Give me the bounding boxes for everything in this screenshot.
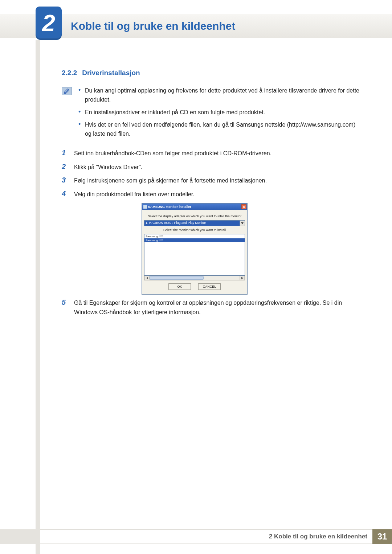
dialog-instruction: Select the monitor which you want to ins… <box>144 228 245 232</box>
step-number: 5 <box>62 298 74 317</box>
note-icon <box>62 87 72 95</box>
cancel-button[interactable]: CANCEL <box>198 283 221 290</box>
step-number: 1 <box>62 149 74 158</box>
dialog-title-icon <box>143 205 147 209</box>
close-icon[interactable]: × <box>241 204 246 209</box>
page-content: 2.2.2Driverinstallasjon • Du kan angi op… <box>62 69 359 321</box>
step: 3 Følg instruksjonene som gis på skjerme… <box>62 176 359 185</box>
step: 2 Klikk på "Windows Driver". <box>62 163 359 172</box>
adapter-select[interactable]: 1. RADEON 9550 : Plug and Play Monitor <box>144 220 245 226</box>
dialog-titlebar: SAMSUNG monitor installer × <box>142 204 247 210</box>
horizontal-scrollbar[interactable] <box>144 275 245 280</box>
bullet-icon: • <box>78 108 85 117</box>
bullet-icon: • <box>78 120 85 139</box>
note-item: • Hvis det er en feil ved den medfølgend… <box>78 120 359 139</box>
step-number: 2 <box>62 163 74 172</box>
chevron-down-icon[interactable] <box>240 221 245 226</box>
adapter-select-value: 1. RADEON 9550 : Plug and Play Monitor <box>144 221 240 226</box>
step-text: Klikk på "Windows Driver". <box>74 163 142 172</box>
page-footer: 2 Koble til og bruke en kildeenhet 31 <box>0 529 392 544</box>
page-number: 31 <box>372 529 392 544</box>
footer-chapter-title: 2 Koble til og bruke en kildeenhet <box>40 529 372 544</box>
chapter-number-badge: 2 <box>36 7 62 40</box>
step-text: Sett inn brukerhåndbok-CDen som følger m… <box>74 149 271 158</box>
scroll-right-icon[interactable] <box>240 276 245 280</box>
dialog-instruction: Select the display adapter on which you … <box>144 214 245 218</box>
dialog-title: SAMSUNG monitor installer <box>148 205 241 209</box>
left-margin-strip <box>36 40 40 554</box>
scroll-track[interactable] <box>150 276 240 280</box>
chapter-title: Koble til og bruke en kildeenhet <box>71 20 235 32</box>
scroll-left-icon[interactable] <box>144 276 150 280</box>
chapter-number: 2 <box>42 12 55 35</box>
section-title: Driverinstallasjon <box>82 69 140 77</box>
note-text: Du kan angi optimal oppløsning og frekve… <box>85 86 359 104</box>
step-text: Gå til Egenskaper for skjerm og kontroll… <box>74 298 359 317</box>
step-text: Velg din produktmodell fra listen over m… <box>74 190 195 199</box>
dialog-body: Select the display adapter on which you … <box>142 210 247 294</box>
monitor-list[interactable]: Samsung **** Samsung **** <box>144 234 245 275</box>
bullet-icon: • <box>78 86 85 104</box>
section-heading: 2.2.2Driverinstallasjon <box>62 69 359 77</box>
section-number: 2.2.2 <box>62 69 77 77</box>
list-item[interactable]: Samsung **** <box>144 238 245 242</box>
step: 5 Gå til Egenskaper for skjerm og kontro… <box>62 298 359 317</box>
list-item[interactable]: Samsung **** <box>144 234 245 238</box>
note-items: • Du kan angi optimal oppløsning og frek… <box>78 86 359 142</box>
note-item: • En installasjonsdriver er inkludert på… <box>78 108 359 117</box>
steps-list: 1 Sett inn brukerhåndbok-CDen som følger… <box>62 149 359 317</box>
note-text: En installasjonsdriver er inkludert på C… <box>85 108 265 117</box>
dialog-button-row: OK CANCEL <box>144 280 245 292</box>
note-item: • Du kan angi optimal oppløsning og frek… <box>78 86 359 104</box>
installer-dialog: SAMSUNG monitor installer × Select the d… <box>142 203 248 295</box>
note-text: Hvis det er en feil ved den medfølgende … <box>85 120 359 139</box>
step: 1 Sett inn brukerhåndbok-CDen som følger… <box>62 149 359 158</box>
step-number: 3 <box>62 176 74 185</box>
step: 4 Velg din produktmodell fra listen over… <box>62 190 359 199</box>
note-block: • Du kan angi optimal oppløsning og frek… <box>62 86 359 142</box>
step-text: Følg instruksjonene som gis på skjermen … <box>74 176 267 185</box>
scroll-thumb[interactable] <box>150 276 204 280</box>
footer-lead <box>0 529 40 544</box>
ok-button[interactable]: OK <box>168 283 191 290</box>
step-number: 4 <box>62 190 74 199</box>
